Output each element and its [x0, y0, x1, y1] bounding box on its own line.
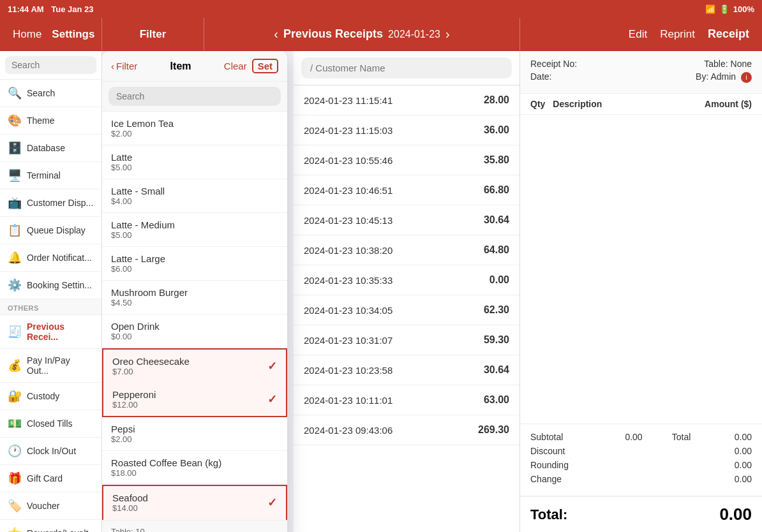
filter-search-box	[102, 82, 287, 112]
receipt-customer-filter[interactable]	[301, 57, 512, 78]
receipt-datetime-3: 2024-01-23 10:46:51	[304, 185, 484, 196]
nav-date-nav: ‹ Previous Receipts 2024-01-23 ›	[274, 27, 449, 41]
receipt-row[interactable]: 2024-01-23 10:38:20 64.80	[294, 235, 519, 265]
sidebar-search-input[interactable]	[5, 56, 96, 74]
change-label: Change	[530, 474, 581, 484]
filter-item-pepperoni[interactable]: Pepperoni $12.00 ✓	[102, 383, 287, 417]
receipt-row[interactable]: 2024-01-23 10:34:05 62.30	[294, 295, 519, 325]
subtotal-row: Subtotal 0.00 Total 0.00	[530, 432, 752, 442]
total-label-right: Total	[665, 432, 703, 442]
sidebar-item-queue-display[interactable]: 📋Queue Display	[0, 217, 101, 244]
sidebar-item-search[interactable]: 🔍Search	[0, 80, 101, 107]
nav-settings-label[interactable]: Settings	[52, 28, 94, 41]
wifi-icon: 📶	[705, 4, 715, 14]
receipt-panel-header: Receipt No: Table: None Date: By: Admin …	[520, 51, 762, 94]
filter-item-price-pepperoni: $12.00	[112, 400, 267, 410]
sidebar-item-voucher[interactable]: 🏷️Voucher	[0, 492, 101, 520]
nav-home-label[interactable]: Home	[13, 28, 41, 41]
receipt-amount-6: 0.00	[489, 274, 509, 286]
filter-item-price-seafood: $14.00	[112, 503, 267, 513]
content-area: ‹ Filter Item Clear Set Ice Lemon Tea $2…	[102, 51, 519, 532]
filter-item-latte-small[interactable]: Latte - Small $4.00	[102, 179, 287, 213]
discount-row: Discount 0.00	[530, 446, 752, 456]
filter-item-info-mushroom-burger: Mushroom Burger $4.50	[111, 287, 278, 307]
sidebar-label-rewards-loyalty: Rewards/Loyalt...	[27, 528, 96, 532]
filter-item-pepsi[interactable]: Pepsi $2.00	[102, 417, 287, 451]
receipt-row[interactable]: 2024-01-23 10:45:13 30.64	[294, 205, 519, 235]
filter-item-ice-lemon-tea[interactable]: Ice Lemon Tea $2.00	[102, 112, 287, 145]
filter-item-info-latte-large: Latte - Large $6.00	[111, 253, 278, 274]
battery-icon: 🔋	[719, 4, 729, 14]
sidebar-icon-order-notification: 🔔	[8, 251, 22, 265]
receipt-amount-4: 30.64	[484, 214, 509, 226]
total-big-label: Total:	[530, 506, 567, 523]
sidebar-label-booking-settings: Booking Settin...	[27, 280, 92, 290]
sidebar-item-clock-inout[interactable]: 🕐Clock In/Out	[0, 438, 101, 465]
receipt-meta-row-1: Receipt No: Table: None	[530, 59, 752, 69]
filter-item-name-latte-medium: Latte - Medium	[111, 219, 278, 230]
receipt-amount-10: 63.00	[484, 394, 509, 406]
sidebar-icon-booking-settings: ⚙️	[8, 278, 22, 292]
filter-item-price-latte-small: $4.00	[111, 196, 278, 206]
sidebar-icon-custody: 🔐	[8, 389, 22, 403]
sidebar-item-theme[interactable]: 🎨Theme	[0, 107, 101, 135]
filter-item-info-oreo-cheesecake: Oreo Cheesecake $7.00	[112, 356, 267, 376]
receipt-row[interactable]: 2024-01-23 09:43:06 269.30	[294, 415, 519, 445]
filter-list: Ice Lemon Tea $2.00 Latte $5.00 Latte - …	[102, 112, 287, 520]
nav-next-arrow[interactable]: ›	[445, 27, 450, 41]
filter-item-check-seafood: ✓	[267, 496, 277, 510]
receipt-row[interactable]: 2024-01-23 10:55:46 35.80	[294, 145, 519, 175]
nav-filter-button[interactable]: Filter	[102, 18, 204, 50]
receipt-row[interactable]: 2024-01-23 10:46:51 66.80	[294, 175, 519, 205]
sidebar-icon-clock-inout: 🕐	[8, 444, 22, 458]
receipt-datetime-1: 2024-01-23 11:15:03	[304, 125, 484, 136]
sidebar-item-database[interactable]: 🗄️Database	[0, 135, 101, 162]
filter-back-button[interactable]: ‹ Filter	[111, 61, 137, 71]
sidebar-label-theme: Theme	[27, 115, 55, 126]
filter-item-info-latte-medium: Latte - Medium $5.00	[111, 219, 278, 240]
sidebar-item-pay-inout[interactable]: 💰Pay In/Pay Out...	[0, 349, 101, 383]
sidebar-item-order-notification[interactable]: 🔔Order Notificat...	[0, 244, 101, 272]
sidebar-item-custody[interactable]: 🔐Custody	[0, 383, 101, 410]
receipt-row[interactable]: 2024-01-23 11:15:03 36.00	[294, 115, 519, 145]
sidebar-item-rewards-loyalty[interactable]: ⭐Rewards/Loyalt...	[0, 520, 101, 532]
receipt-row[interactable]: 2024-01-23 10:31:07 59.30	[294, 325, 519, 355]
filter-item-info-seafood: Seafood $14.00	[112, 492, 267, 513]
sidebar-item-previous-receipts[interactable]: 🧾Previous Recei...	[0, 315, 101, 349]
nav-reprint-button[interactable]: Reprint	[660, 28, 695, 41]
receipt-row[interactable]: 2024-01-23 10:35:33 0.00	[294, 265, 519, 295]
nav-prev-arrow[interactable]: ‹	[274, 27, 278, 41]
receipt-cols-header: Qty Description Amount ($)	[520, 94, 762, 115]
sidebar-icon-gift-card: 🎁	[8, 471, 22, 485]
sidebar-item-customer-display[interactable]: 📺Customer Disp...	[0, 189, 101, 217]
filter-item-price-latte-large: $6.00	[111, 264, 278, 274]
sidebar-item-gift-card[interactable]: 🎁Gift Card	[0, 465, 101, 492]
filter-item-oreo-cheesecake[interactable]: Oreo Cheesecake $7.00 ✓	[102, 348, 287, 383]
receipt-row[interactable]: 2024-01-23 10:11:01 63.00	[294, 385, 519, 415]
receipt-by-label: By: Admin i	[696, 71, 752, 83]
filter-item-latte-medium[interactable]: Latte - Medium $5.00	[102, 213, 287, 247]
receipt-list: 2024-01-23 11:15:41 28.00 2024-01-23 11:…	[294, 85, 519, 532]
filter-item-roasted-coffee-bean[interactable]: Roasted Coffee Bean (kg) $18.00	[102, 451, 287, 485]
nav-filter-label: Filter	[140, 28, 167, 41]
sidebar-label-previous-receipts: Previous Recei...	[27, 321, 94, 342]
sidebar-item-terminal[interactable]: 🖥️Terminal	[0, 162, 101, 189]
filter-search-input[interactable]	[108, 87, 281, 106]
filter-item-open-drink[interactable]: Open Drink $0.00	[102, 314, 287, 348]
filter-item-latte[interactable]: Latte $5.00	[102, 145, 287, 179]
receipt-row[interactable]: 2024-01-23 11:15:41 28.00	[294, 85, 519, 115]
filter-item-latte-large[interactable]: Latte - Large $6.00	[102, 247, 287, 281]
nav-edit-button[interactable]: Edit	[629, 28, 647, 41]
receipt-row[interactable]: 2024-01-23 10:23:58 30.64	[294, 355, 519, 385]
filter-item-seafood[interactable]: Seafood $14.00 ✓	[102, 485, 287, 519]
filter-item-mushroom-burger[interactable]: Mushroom Burger $4.50	[102, 281, 287, 314]
filter-clear-button[interactable]: Clear	[224, 61, 247, 71]
filter-item-price-pepsi: $2.00	[111, 434, 278, 444]
receipt-datetime-0: 2024-01-23 11:15:41	[304, 95, 484, 106]
receipt-amount-1: 36.00	[484, 124, 509, 136]
filter-set-button[interactable]: Set	[252, 59, 278, 73]
filter-back-arrow: ‹	[111, 61, 114, 71]
sidebar-search-container	[0, 51, 101, 80]
sidebar-item-closed-tills[interactable]: 💵Closed Tills	[0, 410, 101, 438]
sidebar-item-booking-settings[interactable]: ⚙️Booking Settin...	[0, 272, 101, 299]
